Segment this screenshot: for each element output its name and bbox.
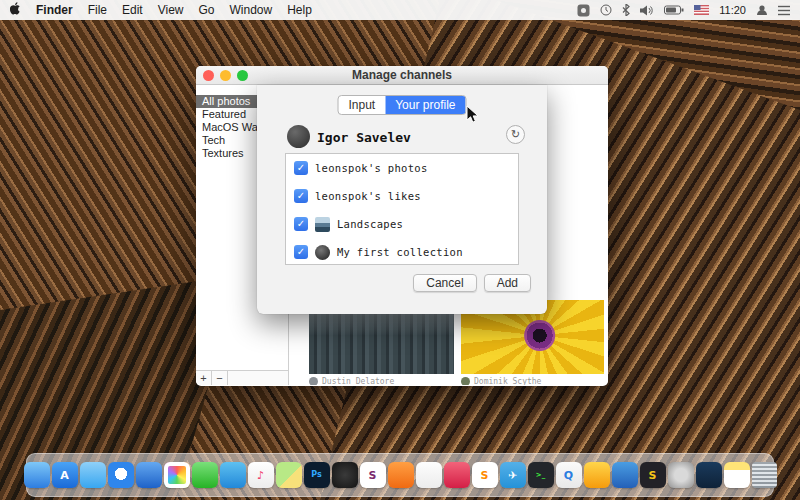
- profile-avatar: [287, 125, 310, 148]
- channel-row[interactable]: ✓ My first collection: [286, 238, 518, 266]
- list-icon[interactable]: [778, 5, 790, 16]
- channel-thumbnail: [315, 217, 330, 232]
- channel-label: leonspok's likes: [315, 190, 421, 202]
- desktop: Finder File Edit View Go Window Help: [0, 0, 800, 500]
- menu-item-window[interactable]: Window: [230, 3, 273, 17]
- dock-safari[interactable]: [108, 462, 134, 488]
- dock-app-store[interactable]: A: [52, 462, 78, 488]
- dock-telegram[interactable]: ✈: [500, 462, 526, 488]
- cancel-button[interactable]: Cancel: [413, 274, 476, 292]
- source-segmented-control: Input Your profile: [338, 95, 467, 115]
- dock-photoshop[interactable]: Ps: [304, 462, 330, 488]
- checkbox[interactable]: ✓: [294, 161, 308, 175]
- screen-recording-icon[interactable]: [577, 4, 590, 17]
- checkbox[interactable]: ✓: [294, 189, 308, 203]
- profile-name: Igor Savelev: [317, 130, 411, 145]
- menu-item-help[interactable]: Help: [287, 3, 312, 17]
- checkbox[interactable]: ✓: [294, 217, 308, 231]
- dock-trash[interactable]: [752, 462, 777, 488]
- sidebar-footer: + −: [196, 370, 288, 385]
- add-channel-button[interactable]: +: [196, 371, 212, 385]
- menu-item-go[interactable]: Go: [199, 3, 215, 17]
- photo-author: Dustin Delatore: [322, 377, 394, 385]
- dock-sublime-text[interactable]: S: [472, 462, 498, 488]
- menu-item-edit[interactable]: Edit: [122, 3, 143, 17]
- close-button[interactable]: [203, 70, 214, 81]
- channel-row[interactable]: ✓ leonspok's photos: [286, 154, 518, 182]
- dock-pixelmator[interactable]: [332, 462, 358, 488]
- minimize-button[interactable]: [220, 70, 231, 81]
- dock-system-preferences[interactable]: [668, 462, 694, 488]
- bluetooth-icon[interactable]: [622, 4, 630, 16]
- add-channel-sheet: Input Your profile Igor Savelev ↻ ✓ leon…: [257, 85, 547, 314]
- dock-mail[interactable]: [136, 462, 162, 488]
- dock-itunes[interactable]: ♪: [248, 462, 274, 488]
- dock-maps[interactable]: [276, 462, 302, 488]
- manage-channels-window: Manage channels All photos Featured MacO…: [196, 66, 608, 386]
- clock-icon[interactable]: [600, 4, 612, 16]
- dock-reeder[interactable]: [388, 462, 414, 488]
- us-flag-icon[interactable]: [694, 5, 709, 15]
- dock: A ♪ Ps S S ✈ >_ Q S: [26, 453, 774, 497]
- tab-input[interactable]: Input: [339, 96, 386, 114]
- channel-label: leonspok's photos: [315, 162, 428, 174]
- dock-bear[interactable]: [416, 462, 442, 488]
- menubar-time[interactable]: 11:20: [719, 4, 746, 16]
- channel-thumbnail: [315, 245, 330, 260]
- user-icon[interactable]: [756, 4, 768, 16]
- channel-row[interactable]: ✓ Landscapes: [286, 210, 518, 238]
- menu-item-view[interactable]: View: [158, 3, 184, 17]
- dock-facetime[interactable]: [220, 462, 246, 488]
- dock-notes[interactable]: [724, 462, 750, 488]
- channel-list: ✓ leonspok's photos ✓ leonspok's likes ✓…: [285, 153, 519, 265]
- menu-app-name[interactable]: Finder: [36, 3, 73, 17]
- dock-transmit[interactable]: [612, 462, 638, 488]
- checkbox[interactable]: ✓: [294, 245, 308, 259]
- channel-label: My first collection: [337, 246, 463, 258]
- dock-quicktime[interactable]: Q: [556, 462, 582, 488]
- volume-icon[interactable]: [640, 5, 654, 16]
- dock-xcode[interactable]: [696, 462, 722, 488]
- dock-pocket[interactable]: [444, 462, 470, 488]
- tab-your-profile[interactable]: Your profile: [385, 96, 465, 114]
- author-avatar: [309, 377, 318, 385]
- author-avatar: [461, 377, 470, 385]
- remove-channel-button[interactable]: −: [212, 371, 228, 385]
- apple-menu-icon[interactable]: [10, 2, 21, 18]
- zoom-button[interactable]: [237, 70, 248, 81]
- channel-label: Landscapes: [337, 218, 403, 230]
- dock-sketch[interactable]: S: [640, 462, 666, 488]
- dock-photos[interactable]: [164, 462, 190, 488]
- dock-hazel[interactable]: [584, 462, 610, 488]
- dock-messages[interactable]: [192, 462, 218, 488]
- window-titlebar[interactable]: Manage channels: [196, 66, 608, 85]
- window-title: Manage channels: [352, 68, 452, 82]
- channel-row[interactable]: ✓ leonspok's likes: [286, 182, 518, 210]
- menu-bar: Finder File Edit View Go Window Help: [0, 0, 800, 20]
- photo-author: Dominik Scythe: [474, 377, 541, 385]
- dock-finder[interactable]: [24, 462, 50, 488]
- menu-item-file[interactable]: File: [88, 3, 107, 17]
- refresh-button[interactable]: ↻: [506, 125, 525, 144]
- dock-terminal[interactable]: >_: [528, 462, 554, 488]
- dock-twitter[interactable]: [80, 462, 106, 488]
- add-button[interactable]: Add: [484, 274, 531, 292]
- battery-icon[interactable]: [664, 5, 684, 15]
- dock-slack[interactable]: S: [360, 462, 386, 488]
